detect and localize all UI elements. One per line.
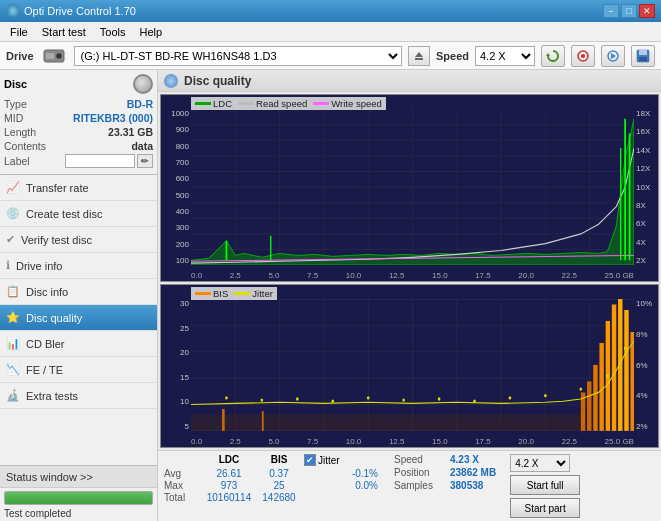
- avg-ldc: 26.61: [200, 468, 258, 479]
- chart-icon: [164, 74, 178, 88]
- transfer-rate-label: Transfer rate: [26, 182, 89, 194]
- disc-mid-label: MID: [4, 112, 23, 124]
- svg-point-70: [367, 396, 370, 399]
- bottom-chart-svg: [191, 299, 634, 431]
- start-part-button[interactable]: Start part: [510, 498, 580, 518]
- disc-length-value: 23.31 GB: [108, 126, 153, 138]
- main-content: Disc Type BD-R MID RITEKBR3 (000) Length…: [0, 70, 661, 521]
- transfer-rate-icon: 📈: [6, 181, 20, 194]
- svg-point-78: [624, 347, 627, 350]
- sidebar-item-drive-info[interactable]: ℹ Drive info: [0, 253, 157, 279]
- disc-info-label: Disc info: [26, 286, 68, 298]
- speed-stat-label: Speed: [394, 454, 446, 465]
- extra-tests-icon: 🔬: [6, 389, 20, 402]
- disc-section: Disc Type BD-R MID RITEKBR3 (000) Length…: [0, 70, 157, 175]
- save-button[interactable]: [631, 45, 655, 67]
- svg-rect-54: [191, 415, 581, 431]
- speed-and-btns: 4.2 X Start full Start part: [510, 454, 580, 518]
- app-icon: [6, 4, 20, 18]
- drive-bar: Drive (G:) HL-DT-ST BD-RE WH16NS48 1.D3 …: [0, 42, 661, 70]
- fe-te-icon: 📉: [6, 363, 20, 376]
- disc-action-button2[interactable]: [601, 45, 625, 67]
- cd-bler-label: CD Bler: [26, 338, 65, 350]
- speed-select[interactable]: 4.2 X: [475, 46, 535, 66]
- sidebar-item-transfer-rate[interactable]: 📈 Transfer rate: [0, 175, 157, 201]
- position-stats: Speed 4.23 X Position 23862 MB Samples 3…: [394, 454, 496, 491]
- sidebar-item-extra-tests[interactable]: 🔬 Extra tests: [0, 383, 157, 409]
- bis-legend: BIS: [195, 288, 228, 299]
- refresh-button[interactable]: [541, 45, 565, 67]
- samples-stat-value: 380538: [450, 480, 483, 491]
- fe-te-label: FE / TE: [26, 364, 63, 376]
- menu-start-test[interactable]: Start test: [36, 24, 92, 40]
- sidebar-item-disc-quality[interactable]: ⭐ Disc quality: [0, 305, 157, 331]
- disc-contents-label: Contents: [4, 140, 46, 152]
- svg-rect-65: [262, 411, 264, 431]
- svg-point-68: [296, 397, 299, 400]
- eject-button[interactable]: [408, 46, 430, 66]
- sidebar-item-disc-info[interactable]: 📋 Disc info: [0, 279, 157, 305]
- svg-point-73: [473, 400, 476, 403]
- bottom-y-axis-right: 10%8%6%4%2%: [634, 299, 658, 431]
- menu-help[interactable]: Help: [133, 24, 168, 40]
- bottom-x-axis: 0.02.55.07.510.012.515.017.520.022.525.0…: [191, 437, 634, 446]
- minimize-button[interactable]: −: [603, 4, 619, 18]
- left-panel: Disc Type BD-R MID RITEKBR3 (000) Length…: [0, 70, 158, 521]
- extra-tests-label: Extra tests: [26, 390, 78, 402]
- read-speed-legend-label: Read speed: [256, 98, 307, 109]
- svg-point-2: [56, 53, 62, 59]
- drive-select[interactable]: (G:) HL-DT-ST BD-RE WH16NS48 1.D3: [74, 46, 402, 66]
- jitter-checkbox[interactable]: ✔: [304, 454, 316, 466]
- disc-mid-value: RITEKBR3 (000): [73, 112, 153, 124]
- start-full-button[interactable]: Start full: [510, 475, 580, 495]
- sidebar-item-create-test-disc[interactable]: 💿 Create test disc: [0, 201, 157, 227]
- svg-point-67: [261, 399, 264, 402]
- top-chart: LDC Read speed Write speed 1000900800700…: [160, 94, 659, 282]
- status-section: Status window >> Test completed: [0, 465, 157, 521]
- svg-point-74: [509, 396, 512, 399]
- title-bar-left: Opti Drive Control 1.70: [6, 4, 136, 18]
- disc-icon: [133, 74, 153, 94]
- status-text: Test completed: [0, 508, 157, 521]
- disc-length-label: Length: [4, 126, 36, 138]
- top-x-axis: 0.02.55.07.510.012.515.017.520.022.525.0…: [191, 271, 634, 280]
- verify-test-disc-icon: ✔: [6, 233, 15, 246]
- ldc-legend-label: LDC: [213, 98, 232, 109]
- bis-color: [195, 292, 211, 295]
- disc-action-button1[interactable]: [571, 45, 595, 67]
- write-speed-legend: Write speed: [313, 98, 382, 109]
- jitter-color: [234, 292, 250, 295]
- top-chart-svg: [191, 109, 634, 265]
- menu-file[interactable]: File: [4, 24, 34, 40]
- sidebar-item-fe-te[interactable]: 📉 FE / TE: [0, 357, 157, 383]
- total-label: Total: [164, 492, 200, 503]
- maximize-button[interactable]: □: [621, 4, 637, 18]
- disc-title: Disc: [4, 78, 27, 90]
- disc-type-value: BD-R: [127, 98, 153, 110]
- write-speed-legend-label: Write speed: [331, 98, 382, 109]
- speed-select-stats[interactable]: 4.2 X: [510, 454, 570, 472]
- sidebar-item-verify-test-disc[interactable]: ✔ Verify test disc: [0, 227, 157, 253]
- menu-tools[interactable]: Tools: [94, 24, 132, 40]
- avg-bis: 0.37: [258, 468, 300, 479]
- status-window-label: Status window >>: [6, 471, 93, 483]
- stats-area: LDC BIS ✔ Jitter Avg 26.61 0.37 -0.1%: [158, 450, 661, 521]
- svg-point-7: [581, 54, 585, 58]
- total-bis: 142680: [258, 492, 300, 503]
- write-speed-color: [313, 102, 329, 105]
- close-button[interactable]: ✕: [639, 4, 655, 18]
- status-window-header[interactable]: Status window >>: [0, 466, 157, 488]
- disc-label-input[interactable]: [65, 154, 135, 168]
- svg-rect-57: [593, 365, 597, 431]
- sidebar-item-cd-bler[interactable]: 📊 CD Bler: [0, 331, 157, 357]
- menu-bar: File Start test Tools Help: [0, 22, 661, 42]
- progress-bar: [4, 491, 153, 505]
- speed-label: Speed: [436, 50, 469, 62]
- svg-marker-3: [415, 52, 423, 57]
- svg-rect-58: [599, 343, 603, 431]
- svg-rect-62: [624, 310, 628, 431]
- edit-label-button[interactable]: ✏: [137, 154, 153, 168]
- top-y-axis-left: 1000900800700600500400300200100: [161, 109, 191, 265]
- total-ldc: 10160114: [200, 492, 258, 503]
- position-stat-label: Position: [394, 467, 446, 478]
